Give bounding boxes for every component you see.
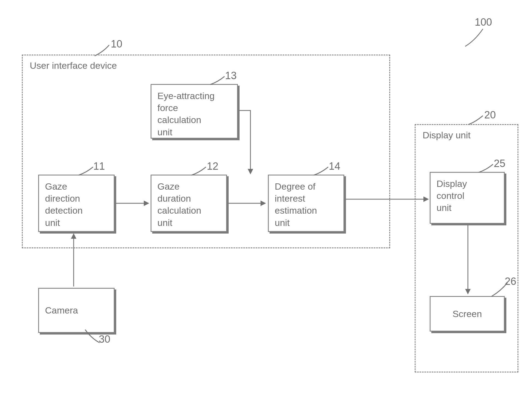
- diagram-canvas: 100 User interface device 10 Eye-attract…: [0, 0, 532, 406]
- leader-13: [210, 76, 227, 86]
- ref-20: 20: [484, 109, 496, 121]
- leader-10: [94, 45, 113, 57]
- arrow-13-to-14: [240, 108, 261, 176]
- block-display-control: Displaycontrolunit: [430, 172, 505, 224]
- arrow-12-to-14: [229, 198, 267, 209]
- block-eye-attracting: Eye-attractingforcecalculationunit: [151, 84, 238, 139]
- block-screen-label: Screen: [453, 308, 482, 320]
- block-gaze-direction: Gazedirectiondetectionunit: [38, 175, 115, 232]
- leader-12: [191, 167, 209, 177]
- arrow-14-to-25: [346, 194, 431, 205]
- block-gaze-duration: Gazedurationcalculationunit: [151, 175, 227, 232]
- block-gaze-duration-label: Gazedurationcalculationunit: [157, 181, 201, 228]
- arrow-25-to-26: [462, 225, 473, 296]
- arrow-30-to-11: [68, 233, 79, 288]
- block-camera-label: Camera: [45, 304, 78, 316]
- ref-100: 100: [475, 16, 492, 28]
- block-gaze-direction-label: Gazedirectiondetectionunit: [45, 181, 83, 228]
- block-degree-interest-label: Degree ofinterestestimationunit: [275, 181, 317, 228]
- leader-30: [85, 330, 101, 345]
- leader-100: [464, 27, 497, 49]
- leader-25: [478, 164, 496, 174]
- arrow-11-to-12: [116, 198, 150, 209]
- container-display-unit-title: Display unit: [423, 130, 510, 141]
- block-camera: Camera: [38, 288, 115, 333]
- block-eye-attracting-label: Eye-attractingforcecalculationunit: [157, 91, 215, 137]
- leader-11: [78, 167, 96, 177]
- leader-26: [491, 283, 510, 298]
- block-display-control-label: Displaycontrolunit: [437, 178, 467, 213]
- leader-20: [468, 116, 486, 126]
- leader-14: [313, 167, 331, 177]
- block-screen: Screen: [430, 296, 505, 332]
- container-ui-device-title: User interface device: [30, 60, 382, 71]
- block-degree-interest: Degree ofinterestestimationunit: [268, 175, 344, 232]
